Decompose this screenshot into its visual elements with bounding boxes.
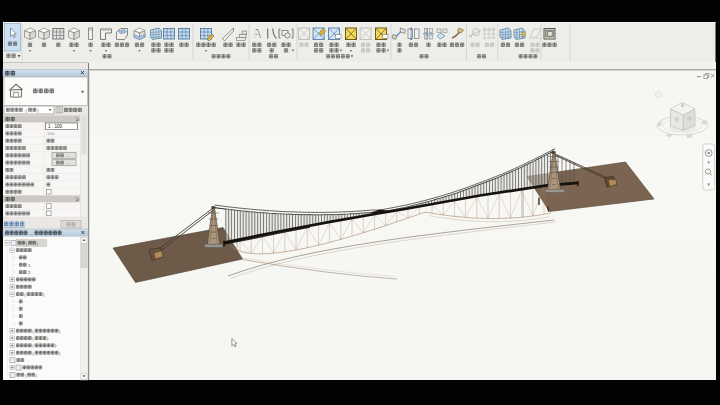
svg-text:A: A xyxy=(252,28,260,40)
svg-text::: : xyxy=(24,109,25,113)
svg-text:...: ... xyxy=(66,160,69,165)
svg-text:1 : 100: 1 : 100 xyxy=(48,124,62,129)
svg-text:...: ... xyxy=(66,153,69,158)
svg-text:100: 100 xyxy=(47,131,55,136)
